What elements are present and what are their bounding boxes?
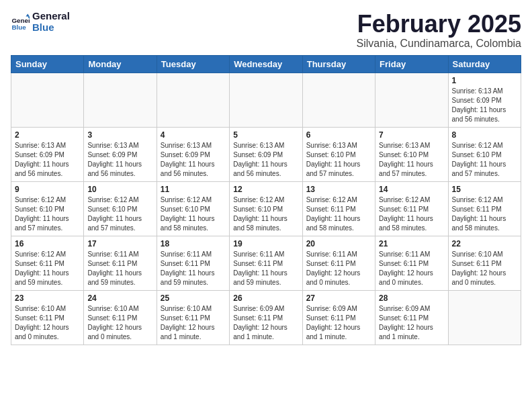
day-info: Sunrise: 6:10 AM Sunset: 6:11 PM Dayligh… (87, 304, 152, 342)
day-cell: 6Sunrise: 6:13 AM Sunset: 6:10 PM Daylig… (302, 127, 375, 181)
day-cell: 7Sunrise: 6:13 AM Sunset: 6:10 PM Daylig… (375, 127, 448, 181)
calendar-title: February 2025 (357, 11, 521, 38)
day-info: Sunrise: 6:12 AM Sunset: 6:10 PM Dayligh… (87, 195, 152, 233)
svg-text:Blue: Blue (11, 24, 26, 31)
week-row-1: 1Sunrise: 6:13 AM Sunset: 6:09 PM Daylig… (11, 73, 521, 127)
day-number: 8 (452, 130, 517, 140)
day-cell (302, 73, 375, 127)
day-number: 2 (15, 130, 80, 140)
day-number: 5 (233, 130, 298, 140)
week-row-4: 16Sunrise: 6:12 AM Sunset: 6:11 PM Dayli… (11, 236, 521, 290)
day-info: Sunrise: 6:13 AM Sunset: 6:09 PM Dayligh… (452, 87, 517, 124)
day-number: 3 (87, 130, 152, 140)
logo-blue: Blue (32, 22, 70, 34)
svg-marker-2 (26, 13, 30, 16)
day-number: 4 (161, 130, 226, 140)
day-number: 12 (233, 185, 298, 194)
day-info: Sunrise: 6:10 AM Sunset: 6:11 PM Dayligh… (15, 304, 80, 342)
day-cell: 5Sunrise: 6:13 AM Sunset: 6:09 PM Daylig… (230, 127, 302, 181)
day-info: Sunrise: 6:11 AM Sunset: 6:11 PM Dayligh… (233, 250, 298, 287)
day-cell: 3Sunrise: 6:13 AM Sunset: 6:09 PM Daylig… (84, 127, 157, 181)
day-number: 23 (15, 293, 80, 303)
calendar-table: SundayMondayTuesdayWednesdayThursdayFrid… (11, 55, 521, 345)
day-info: Sunrise: 6:11 AM Sunset: 6:11 PM Dayligh… (87, 250, 152, 287)
day-info: Sunrise: 6:12 AM Sunset: 6:10 PM Dayligh… (233, 195, 298, 233)
header-cell-sunday: Sunday (11, 55, 84, 73)
day-cell: 18Sunrise: 6:11 AM Sunset: 6:11 PM Dayli… (157, 236, 229, 290)
day-number: 15 (452, 185, 517, 194)
week-row-2: 2Sunrise: 6:13 AM Sunset: 6:09 PM Daylig… (11, 127, 521, 181)
day-info: Sunrise: 6:12 AM Sunset: 6:10 PM Dayligh… (161, 195, 226, 233)
week-row-5: 23Sunrise: 6:10 AM Sunset: 6:11 PM Dayli… (11, 290, 521, 345)
header-cell-thursday: Thursday (302, 55, 375, 73)
day-info: Sunrise: 6:09 AM Sunset: 6:11 PM Dayligh… (306, 304, 371, 342)
header-cell-wednesday: Wednesday (230, 55, 302, 73)
week-row-3: 9Sunrise: 6:12 AM Sunset: 6:10 PM Daylig… (11, 181, 521, 236)
logo-icon: General Blue (11, 13, 30, 32)
day-cell: 21Sunrise: 6:11 AM Sunset: 6:11 PM Dayli… (375, 236, 448, 290)
day-info: Sunrise: 6:13 AM Sunset: 6:09 PM Dayligh… (15, 141, 80, 179)
header-row: SundayMondayTuesdayWednesdayThursdayFrid… (11, 55, 521, 73)
title-block: February 2025 Silvania, Cundinamarca, Co… (357, 11, 521, 50)
day-cell (11, 73, 84, 127)
day-number: 26 (233, 293, 298, 303)
day-cell: 24Sunrise: 6:10 AM Sunset: 6:11 PM Dayli… (84, 290, 157, 345)
day-number: 14 (379, 185, 444, 194)
day-info: Sunrise: 6:09 AM Sunset: 6:11 PM Dayligh… (233, 304, 298, 342)
day-number: 6 (306, 130, 371, 140)
day-cell: 27Sunrise: 6:09 AM Sunset: 6:11 PM Dayli… (302, 290, 375, 345)
day-cell: 10Sunrise: 6:12 AM Sunset: 6:10 PM Dayli… (84, 181, 157, 236)
day-number: 22 (452, 239, 517, 248)
day-cell (375, 73, 448, 127)
day-cell: 22Sunrise: 6:10 AM Sunset: 6:11 PM Dayli… (448, 236, 521, 290)
day-cell: 26Sunrise: 6:09 AM Sunset: 6:11 PM Dayli… (230, 290, 302, 345)
day-cell: 14Sunrise: 6:12 AM Sunset: 6:11 PM Dayli… (375, 181, 448, 236)
day-info: Sunrise: 6:10 AM Sunset: 6:11 PM Dayligh… (452, 250, 517, 287)
day-cell: 1Sunrise: 6:13 AM Sunset: 6:09 PM Daylig… (448, 73, 521, 127)
day-number: 11 (161, 185, 226, 194)
day-info: Sunrise: 6:13 AM Sunset: 6:10 PM Dayligh… (379, 141, 444, 179)
day-cell: 12Sunrise: 6:12 AM Sunset: 6:10 PM Dayli… (230, 181, 302, 236)
day-info: Sunrise: 6:12 AM Sunset: 6:11 PM Dayligh… (379, 195, 444, 233)
day-number: 25 (161, 293, 226, 303)
day-cell: 2Sunrise: 6:13 AM Sunset: 6:09 PM Daylig… (11, 127, 84, 181)
day-cell: 9Sunrise: 6:12 AM Sunset: 6:10 PM Daylig… (11, 181, 84, 236)
day-number: 1 (452, 76, 517, 85)
day-number: 20 (306, 239, 371, 248)
day-info: Sunrise: 6:12 AM Sunset: 6:11 PM Dayligh… (15, 250, 80, 287)
day-info: Sunrise: 6:09 AM Sunset: 6:11 PM Dayligh… (379, 304, 444, 342)
day-number: 9 (15, 185, 80, 194)
day-number: 17 (87, 239, 152, 248)
day-number: 18 (161, 239, 226, 248)
header-cell-tuesday: Tuesday (157, 55, 229, 73)
day-cell: 19Sunrise: 6:11 AM Sunset: 6:11 PM Dayli… (230, 236, 302, 290)
day-number: 19 (233, 239, 298, 248)
day-info: Sunrise: 6:10 AM Sunset: 6:11 PM Dayligh… (161, 304, 226, 342)
day-info: Sunrise: 6:11 AM Sunset: 6:11 PM Dayligh… (161, 250, 226, 287)
day-number: 13 (306, 185, 371, 194)
day-cell (448, 290, 521, 345)
day-info: Sunrise: 6:13 AM Sunset: 6:10 PM Dayligh… (306, 141, 371, 179)
day-number: 16 (15, 239, 80, 248)
header-cell-monday: Monday (84, 55, 157, 73)
day-number: 7 (379, 130, 444, 140)
day-number: 10 (87, 185, 152, 194)
day-cell: 28Sunrise: 6:09 AM Sunset: 6:11 PM Dayli… (375, 290, 448, 345)
day-cell: 25Sunrise: 6:10 AM Sunset: 6:11 PM Dayli… (157, 290, 229, 345)
day-info: Sunrise: 6:11 AM Sunset: 6:11 PM Dayligh… (379, 250, 444, 287)
calendar-subtitle: Silvania, Cundinamarca, Colombia (357, 38, 521, 50)
day-info: Sunrise: 6:12 AM Sunset: 6:11 PM Dayligh… (306, 195, 371, 233)
day-number: 28 (379, 293, 444, 303)
day-info: Sunrise: 6:12 AM Sunset: 6:10 PM Dayligh… (15, 195, 80, 233)
day-cell: 15Sunrise: 6:12 AM Sunset: 6:11 PM Dayli… (448, 181, 521, 236)
day-cell: 13Sunrise: 6:12 AM Sunset: 6:11 PM Dayli… (302, 181, 375, 236)
day-cell: 8Sunrise: 6:12 AM Sunset: 6:10 PM Daylig… (448, 127, 521, 181)
day-cell (230, 73, 302, 127)
calendar-body: 1Sunrise: 6:13 AM Sunset: 6:09 PM Daylig… (11, 73, 521, 345)
day-number: 27 (306, 293, 371, 303)
day-cell: 17Sunrise: 6:11 AM Sunset: 6:11 PM Dayli… (84, 236, 157, 290)
day-cell: 11Sunrise: 6:12 AM Sunset: 6:10 PM Dayli… (157, 181, 229, 236)
calendar-header: SundayMondayTuesdayWednesdayThursdayFrid… (11, 55, 521, 73)
day-cell (84, 73, 157, 127)
header-cell-saturday: Saturday (448, 55, 521, 73)
